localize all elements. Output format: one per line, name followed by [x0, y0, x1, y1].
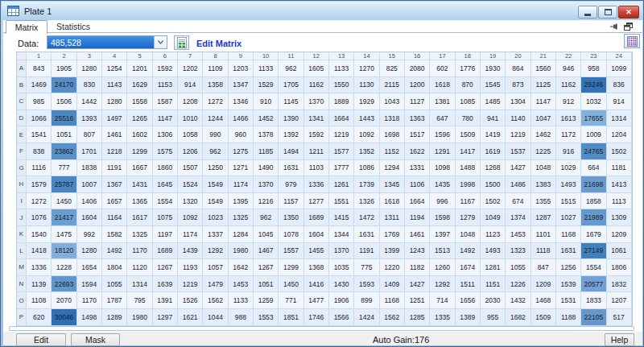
- matrix-cell[interactable]: 1399: [380, 243, 405, 260]
- matrix-cell[interactable]: 20577: [581, 276, 606, 293]
- matrix-cell[interactable]: 1267: [153, 259, 178, 276]
- maximize-button[interactable]: [598, 6, 617, 19]
- edit-matrix-link[interactable]: Edit Matrix: [196, 39, 242, 48]
- matrix-cell[interactable]: 1605: [304, 60, 329, 77]
- matrix-cell[interactable]: 1541: [27, 126, 52, 143]
- matrix-cell[interactable]: 1355: [531, 193, 556, 210]
- matrix-cell[interactable]: 674: [506, 193, 530, 210]
- matrix-cell[interactable]: 1164: [102, 209, 127, 226]
- matrix-cell[interactable]: 1461: [102, 126, 127, 143]
- matrix-cell[interactable]: 1524: [178, 176, 203, 193]
- matrix-cell[interactable]: 1391: [153, 292, 178, 309]
- matrix-cell[interactable]: 1621: [178, 309, 203, 326]
- matrix-cell[interactable]: 1851: [279, 309, 303, 326]
- matrix-cell[interactable]: 992: [77, 226, 102, 243]
- matrix-cell[interactable]: 1679: [581, 226, 606, 243]
- matrix-cell[interactable]: 517: [607, 309, 632, 326]
- matrix-cell[interactable]: 1101: [531, 226, 556, 243]
- matrix-cell[interactable]: 1027: [556, 209, 581, 226]
- matrix-cell[interactable]: 1048: [456, 226, 481, 243]
- matrix-cell[interactable]: 1029: [556, 160, 581, 177]
- matrix-cell[interactable]: 1526: [178, 292, 203, 309]
- matrix-cell[interactable]: 2080: [405, 60, 430, 77]
- matrix-cell[interactable]: 22693: [52, 276, 76, 293]
- matrix-cell[interactable]: 1268: [481, 160, 506, 177]
- matrix-cell[interactable]: 1007: [77, 176, 102, 193]
- matrix-cell[interactable]: 1557: [279, 243, 303, 260]
- matrix-cell[interactable]: 1051: [52, 126, 76, 143]
- data-combobox[interactable]: 485,528: [47, 35, 167, 49]
- matrix-cell[interactable]: 1103: [304, 160, 329, 177]
- matrix-cell[interactable]: 1219: [506, 126, 530, 143]
- matrix-cell[interactable]: 1314: [127, 276, 152, 293]
- matrix-cell[interactable]: 1346: [229, 93, 254, 110]
- column-header[interactable]: 10: [254, 52, 279, 60]
- row-header[interactable]: P: [17, 309, 27, 326]
- matrix-cell[interactable]: 941: [481, 110, 506, 127]
- matrix-cell[interactable]: 1284: [229, 226, 254, 243]
- matrix-cell[interactable]: 1143: [102, 77, 127, 94]
- matrix-cell[interactable]: 1462: [531, 126, 556, 143]
- matrix-cell[interactable]: 1280: [102, 93, 127, 110]
- matrix-cell[interactable]: 1468: [531, 292, 556, 309]
- matrix-cell[interactable]: 1488: [456, 160, 481, 177]
- matrix-cell[interactable]: 1592: [304, 126, 329, 143]
- matrix-cell[interactable]: 1453: [229, 276, 254, 293]
- matrix-cell[interactable]: 24170: [52, 77, 76, 94]
- matrix-cell[interactable]: 1275: [229, 143, 254, 160]
- matrix-cell[interactable]: 1280: [77, 60, 102, 77]
- matrix-cell[interactable]: 1219: [329, 126, 354, 143]
- matrix-cell[interactable]: 1645: [153, 176, 178, 193]
- matrix-cell[interactable]: 1427: [405, 276, 430, 293]
- matrix-cell[interactable]: 1490: [254, 160, 279, 177]
- column-header[interactable]: 15: [380, 52, 405, 60]
- column-header[interactable]: 20: [506, 52, 530, 60]
- matrix-cell[interactable]: 1539: [556, 276, 581, 293]
- matrix-cell[interactable]: 1432: [506, 292, 530, 309]
- matrix-cell[interactable]: 1363: [405, 110, 430, 127]
- matrix-cell[interactable]: 1545: [481, 77, 506, 94]
- matrix-cell[interactable]: 1832: [607, 276, 632, 293]
- matrix-cell[interactable]: 1370: [254, 176, 279, 193]
- matrix-cell[interactable]: 620: [27, 309, 52, 326]
- row-header[interactable]: O: [17, 292, 27, 309]
- column-header[interactable]: 3: [77, 52, 102, 60]
- matrix-cell[interactable]: 1162: [304, 77, 329, 94]
- matrix-cell[interactable]: 1397: [430, 226, 455, 243]
- matrix-cell[interactable]: 1406: [77, 193, 102, 210]
- matrix-cell[interactable]: 1347: [229, 77, 254, 94]
- matrix-cell[interactable]: 1211: [304, 143, 329, 160]
- matrix-cell[interactable]: 873: [506, 77, 530, 94]
- matrix-cell[interactable]: 1188: [556, 309, 581, 326]
- matrix-cell[interactable]: 1292: [430, 276, 455, 293]
- matrix-cell[interactable]: 1202: [178, 60, 203, 77]
- matrix-cell[interactable]: 1453: [506, 226, 530, 243]
- matrix-cell[interactable]: 1261: [329, 176, 354, 193]
- matrix-cell[interactable]: 1435: [430, 176, 455, 193]
- matrix-cell[interactable]: 1466: [229, 110, 254, 127]
- tab-matrix[interactable]: Matrix: [6, 20, 47, 34]
- matrix-cell[interactable]: 1118: [531, 243, 556, 260]
- row-header[interactable]: M: [17, 259, 27, 276]
- matrix-cell[interactable]: 1930: [481, 60, 506, 77]
- matrix-cell[interactable]: 1392: [279, 126, 303, 143]
- matrix-cell[interactable]: 1493: [556, 176, 581, 193]
- matrix-cell[interactable]: 1374: [506, 209, 530, 226]
- matrix-cell[interactable]: 1168: [556, 226, 581, 243]
- matrix-cell[interactable]: 1162: [556, 77, 581, 94]
- matrix-cell[interactable]: 1309: [607, 209, 632, 226]
- matrix-cell[interactable]: 17655: [581, 110, 606, 127]
- column-header[interactable]: 24: [607, 52, 632, 60]
- matrix-cell[interactable]: 1277: [304, 193, 329, 210]
- matrix-cell[interactable]: 1151: [481, 276, 506, 293]
- matrix-cell[interactable]: 1579: [27, 176, 52, 193]
- matrix-cell[interactable]: 870: [456, 77, 481, 94]
- matrix-cell[interactable]: 1352: [354, 143, 379, 160]
- matrix-cell[interactable]: 1515: [556, 193, 581, 210]
- matrix-cell[interactable]: 1098: [430, 160, 455, 177]
- matrix-cell[interactable]: 1099: [607, 60, 632, 77]
- matrix-cell[interactable]: 1168: [380, 292, 405, 309]
- matrix-cell[interactable]: 1291: [430, 143, 455, 160]
- matrix-cell[interactable]: 1325: [229, 209, 254, 226]
- matrix-cell[interactable]: 1631: [279, 160, 303, 177]
